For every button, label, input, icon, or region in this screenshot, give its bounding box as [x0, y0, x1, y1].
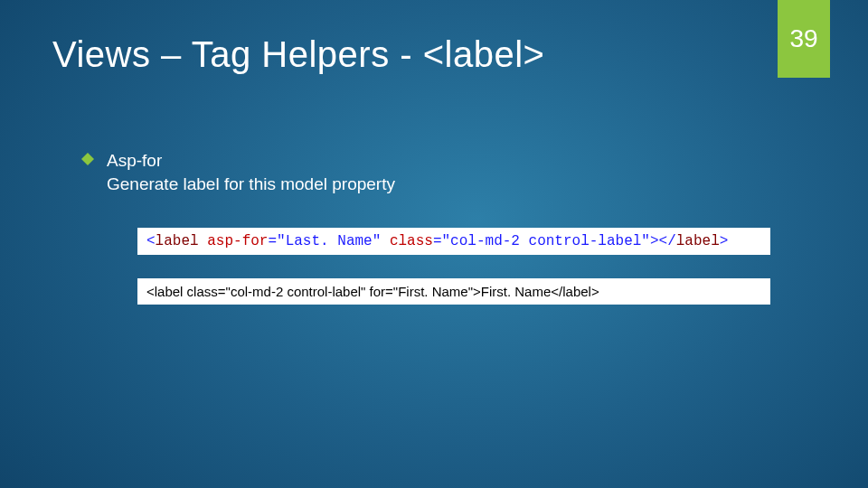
code-token: </ [659, 233, 676, 249]
code-token: label [676, 233, 720, 249]
code-token: > [650, 233, 659, 249]
code-token: label [156, 233, 199, 249]
bullet-heading: Asp-for [107, 151, 162, 170]
code-token: = [433, 233, 442, 249]
bullet-item: Asp-for Generate label for this model pr… [81, 149, 814, 195]
page-number-text: 39 [789, 24, 817, 53]
page-number-badge: 39 [778, 0, 830, 78]
code-token: > [720, 233, 729, 249]
code-example-output: <label class="col-md-2 control-label" fo… [137, 278, 770, 305]
slide-title: Views – Tag Helpers - <label> [52, 34, 544, 75]
diamond-bullet-icon [81, 153, 94, 165]
svg-marker-0 [81, 153, 94, 165]
bullet-desc: Generate label for this model property [107, 174, 395, 193]
code-output-text: <label class="col-md-2 control-label" fo… [146, 284, 599, 299]
code-token: "Last. Name" [277, 233, 381, 249]
code-token: < [146, 233, 156, 249]
bullet-text: Asp-for Generate label for this model pr… [107, 149, 395, 195]
code-example-razor: <label asp-for="Last. Name" class="col-m… [137, 228, 770, 255]
code-token: asp-for [207, 233, 268, 249]
code-token: "col-md-2 control-label" [442, 233, 650, 249]
code-token: = [268, 233, 277, 249]
slide-content: Asp-for Generate label for this model pr… [81, 149, 814, 328]
code-token: class [390, 233, 433, 249]
